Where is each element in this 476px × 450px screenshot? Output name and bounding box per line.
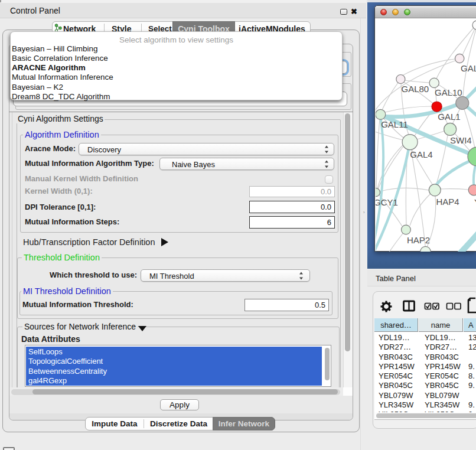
svg-text:GAL4: GAL4 xyxy=(410,149,432,159)
svg-text:GAL11: GAL11 xyxy=(381,119,408,129)
svg-text:GAL80: GAL80 xyxy=(402,84,429,94)
svg-text:GAL7: GAL7 xyxy=(461,63,476,73)
svg-text:GAL10: GAL10 xyxy=(435,87,462,97)
svg-text:GAL1: GAL1 xyxy=(438,112,460,122)
svg-text:HAP4: HAP4 xyxy=(436,197,459,207)
svg-text:SWI4: SWI4 xyxy=(450,135,472,145)
svg-text:GCY1: GCY1 xyxy=(376,197,398,207)
svg-text:HAP2: HAP2 xyxy=(407,235,430,245)
